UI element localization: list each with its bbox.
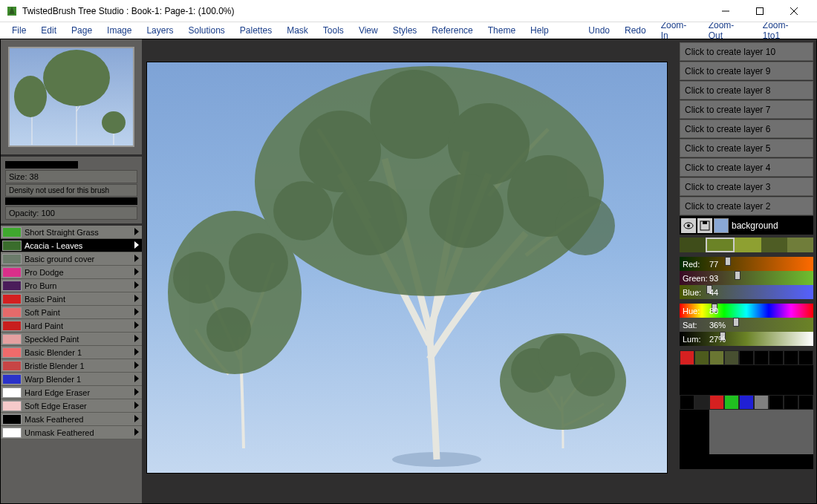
palette-cell[interactable] bbox=[724, 395, 739, 410]
palette-cell[interactable] bbox=[709, 395, 724, 410]
layer-empty-slot[interactable]: Click to create layer 9 bbox=[680, 62, 813, 80]
menu-theme[interactable]: Theme bbox=[482, 24, 521, 37]
lum-slider[interactable]: Lum:27% bbox=[680, 332, 813, 346]
brush-item[interactable]: Hard Paint bbox=[1, 319, 142, 333]
layer-empty-slot[interactable]: Click to create layer 8 bbox=[680, 81, 813, 99]
hue-slider[interactable]: Hue:80 bbox=[680, 304, 813, 318]
green-swatch[interactable] bbox=[680, 238, 706, 252]
slider-handle[interactable] bbox=[733, 318, 739, 327]
brush-item[interactable]: Pro Dodge bbox=[1, 266, 142, 279]
palette-cell[interactable] bbox=[680, 395, 694, 410]
brush-swatch bbox=[2, 428, 22, 438]
brush-swatch bbox=[2, 347, 22, 358]
palette-cell[interactable] bbox=[798, 350, 813, 365]
palette-cell[interactable] bbox=[784, 350, 798, 365]
red-slider[interactable]: Red:77 bbox=[680, 257, 813, 271]
blue-slider[interactable]: Blue:44 bbox=[680, 285, 813, 299]
palette-cell[interactable] bbox=[694, 350, 709, 365]
brush-item[interactable]: Hard Edge Eraser bbox=[1, 386, 142, 399]
canvas[interactable] bbox=[146, 62, 668, 474]
brush-swatch bbox=[2, 240, 22, 251]
palette-cell[interactable] bbox=[754, 395, 769, 410]
menu-page[interactable]: Page bbox=[65, 24, 98, 37]
menu-styles[interactable]: Styles bbox=[387, 24, 423, 37]
layer-empty-slot[interactable]: Click to create layer 6 bbox=[680, 120, 813, 138]
green-swatch[interactable] bbox=[787, 238, 813, 252]
brush-item[interactable]: Pro Burn bbox=[1, 279, 142, 292]
palette-cell[interactable] bbox=[754, 350, 769, 365]
menu-reference[interactable]: Reference bbox=[426, 24, 478, 37]
menu-edit[interactable]: Edit bbox=[35, 24, 62, 37]
brush-item[interactable]: Unmask Feathered bbox=[1, 426, 142, 439]
brush-swatch bbox=[2, 307, 22, 318]
brush-item[interactable]: Basic Paint bbox=[1, 292, 142, 306]
slider-handle[interactable] bbox=[725, 257, 731, 266]
menu-view[interactable]: View bbox=[353, 24, 384, 37]
brush-item[interactable]: Soft Paint bbox=[1, 306, 142, 319]
layer-empty-slot[interactable]: Click to create layer 7 bbox=[680, 100, 813, 119]
menu-tools[interactable]: Tools bbox=[317, 24, 350, 37]
sat-slider[interactable]: Sat:36% bbox=[680, 318, 813, 332]
green-swatch[interactable] bbox=[706, 238, 735, 252]
visibility-icon[interactable] bbox=[681, 218, 696, 233]
palette-cell[interactable] bbox=[739, 395, 754, 410]
palette-cell[interactable] bbox=[784, 395, 798, 410]
green-swatch[interactable] bbox=[735, 238, 761, 252]
brush-item[interactable]: Basic ground cover bbox=[1, 252, 142, 266]
menu-file[interactable]: File bbox=[6, 24, 32, 37]
brush-label: Hard Paint bbox=[25, 321, 63, 330]
green-swatch[interactable] bbox=[761, 238, 787, 252]
window-close-button[interactable] bbox=[777, 0, 811, 22]
greens-palette[interactable] bbox=[680, 238, 813, 252]
menu-layers[interactable]: Layers bbox=[140, 24, 179, 37]
palette-cell[interactable] bbox=[694, 395, 709, 410]
palette-cell[interactable] bbox=[798, 395, 813, 410]
layer-empty-slot[interactable]: Click to create layer 3 bbox=[680, 177, 813, 196]
brush-label: Hard Edge Eraser bbox=[25, 388, 90, 397]
brush-item[interactable]: Warp Blender 1 bbox=[1, 373, 142, 386]
brush-list: Short Straight GrassAcacia - LeavesBasic… bbox=[1, 226, 142, 439]
menu-image[interactable]: Image bbox=[101, 24, 137, 37]
palette-cell[interactable] bbox=[769, 350, 784, 365]
layer-active[interactable]: background bbox=[680, 216, 813, 235]
layer-empty-slot[interactable]: Click to create layer 5 bbox=[680, 139, 813, 157]
page-preview[interactable] bbox=[8, 47, 134, 147]
slider-handle[interactable] bbox=[735, 271, 740, 280]
right-panel: Click to create layer 10Click to create … bbox=[677, 39, 816, 503]
opacity-bar[interactable] bbox=[5, 197, 137, 205]
brush-item[interactable]: Short Straight Grass bbox=[1, 226, 142, 239]
size-bar[interactable] bbox=[5, 161, 78, 168]
menu-palettes[interactable]: Palettes bbox=[234, 24, 278, 37]
palette-cell[interactable] bbox=[709, 350, 724, 365]
color-palette[interactable] bbox=[680, 350, 813, 469]
window-minimize-button[interactable] bbox=[709, 0, 743, 22]
menu-help[interactable]: Help bbox=[524, 24, 555, 37]
brush-item[interactable]: Bristle Blender 1 bbox=[1, 359, 142, 373]
brush-label: Basic Paint bbox=[25, 295, 65, 304]
chevron-right-icon bbox=[134, 295, 139, 304]
menu-mask[interactable]: Mask bbox=[281, 24, 314, 37]
layer-empty-slot[interactable]: Click to create layer 4 bbox=[680, 158, 813, 177]
brush-item[interactable]: Basic Blender 1 bbox=[1, 346, 142, 359]
brush-item[interactable]: Acacia - Leaves bbox=[1, 239, 142, 252]
blue-label: Blue: bbox=[683, 288, 701, 297]
palette-cell[interactable] bbox=[680, 350, 694, 365]
layer-empty-slot[interactable]: Click to create layer 10 bbox=[680, 42, 813, 61]
palette-cell[interactable] bbox=[769, 395, 784, 410]
brush-label: Warp Blender 1 bbox=[25, 375, 81, 384]
palette-cell[interactable] bbox=[724, 350, 739, 365]
layer-empty-slot[interactable]: Click to create layer 2 bbox=[680, 197, 813, 215]
menu-undo[interactable]: Undo bbox=[582, 24, 616, 37]
save-layer-icon[interactable] bbox=[697, 218, 712, 233]
chevron-right-icon bbox=[134, 375, 139, 384]
size-label: Size: 38 bbox=[5, 170, 137, 183]
brush-item[interactable]: Soft Edge Eraser bbox=[1, 399, 142, 413]
window-maximize-button[interactable] bbox=[743, 0, 777, 22]
brush-item[interactable]: Mask Feathered bbox=[1, 413, 142, 426]
brush-item[interactable]: Speckled Paint bbox=[1, 333, 142, 346]
palette-cell[interactable] bbox=[739, 350, 754, 365]
brush-label: Pro Burn bbox=[25, 281, 56, 290]
green-slider[interactable]: Green:93 bbox=[680, 271, 813, 285]
menu-solutions[interactable]: Solutions bbox=[182, 24, 230, 37]
menu-redo[interactable]: Redo bbox=[619, 24, 652, 37]
